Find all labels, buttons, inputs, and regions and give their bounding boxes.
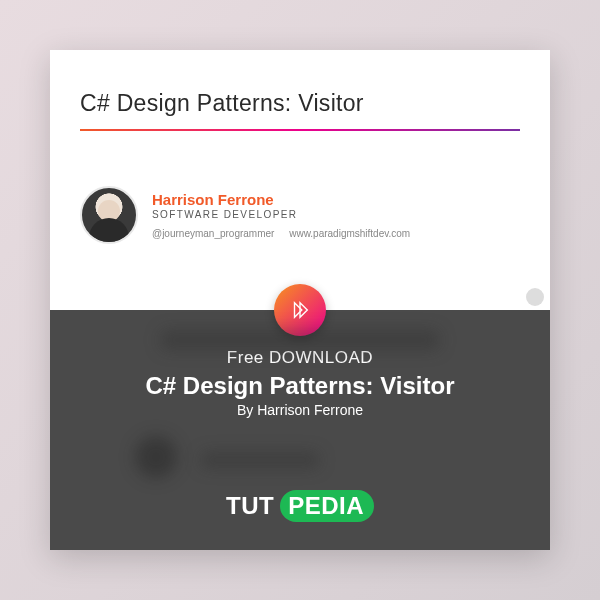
course-title: C# Design Patterns: Visitor	[80, 90, 520, 117]
brand-logo[interactable]: TUT PEDIA	[226, 490, 374, 522]
course-card: C# Design Patterns: Visitor Harrison Fer…	[50, 50, 550, 550]
brand-part2: PEDIA	[280, 490, 374, 522]
author-text: Harrison Ferrone SOFTWARE DEVELOPER @jou…	[152, 191, 410, 239]
blurred-content	[160, 330, 440, 350]
share-icon[interactable]	[526, 288, 544, 306]
course-top-panel: C# Design Patterns: Visitor Harrison Fer…	[50, 50, 550, 310]
author-role: SOFTWARE DEVELOPER	[152, 209, 410, 220]
blurred-content	[135, 436, 177, 478]
play-icon	[289, 299, 311, 321]
gradient-divider	[80, 129, 520, 131]
download-byline: By Harrison Ferrone	[50, 402, 550, 418]
author-meta: @journeyman_programmer www.paradigmshift…	[152, 228, 410, 239]
author-site: www.paradigmshiftdev.com	[289, 228, 410, 239]
author-handle: @journeyman_programmer	[152, 228, 274, 239]
brand-part1: TUT	[226, 492, 274, 520]
play-button[interactable]	[274, 284, 326, 336]
blurred-content	[200, 452, 320, 468]
author-block: Harrison Ferrone SOFTWARE DEVELOPER @jou…	[80, 186, 520, 244]
download-label: Free DOWNLOAD	[50, 348, 550, 368]
download-title: C# Design Patterns: Visitor	[50, 372, 550, 400]
author-avatar	[80, 186, 138, 244]
author-name: Harrison Ferrone	[152, 191, 410, 208]
